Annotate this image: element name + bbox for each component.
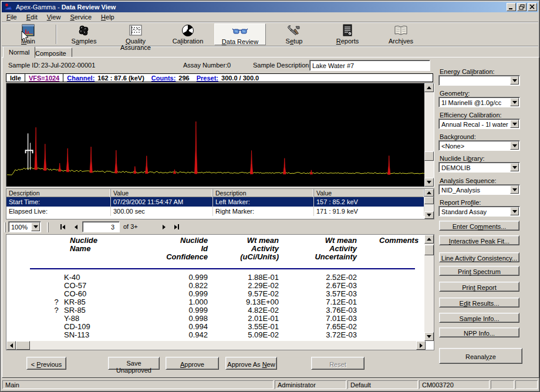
toolbar-label-reports: Reports xyxy=(321,38,374,45)
sample-description-input[interactable]: Lake Water #7 xyxy=(309,60,430,71)
toolbar-button-calibration[interactable]: Calibration xyxy=(161,23,214,45)
col-value-2[interactable]: Value xyxy=(314,189,424,197)
menu-file[interactable]: File xyxy=(2,12,22,22)
menu-view[interactable]: View xyxy=(42,12,66,22)
table-row[interactable]: Start Time: 07/29/2002 11:54:47 AM Left … xyxy=(6,197,434,207)
table-row[interactable]: Elapsed Live: 300.00 sec Right Marker: 1… xyxy=(6,207,434,216)
info-table-header: Description Value Description Value xyxy=(6,189,434,197)
previous-button[interactable]: < Previous xyxy=(26,357,66,370)
scroll-left-icon[interactable] xyxy=(6,341,16,350)
mca-state: Idle xyxy=(6,74,25,82)
col-value-1[interactable]: Value xyxy=(111,189,213,197)
line-activity-consistency-button[interactable]: Line Activity Consistency... xyxy=(439,252,519,262)
tab-composite[interactable]: Composite xyxy=(29,48,72,58)
mouse-cursor xyxy=(21,31,29,43)
reanalyze-button[interactable]: Reanalyze xyxy=(439,348,522,364)
report-hscroll-thumb[interactable] xyxy=(16,341,30,350)
scroll-right-icon[interactable] xyxy=(416,341,426,350)
geometry-select[interactable]: 1l Marinelli @1.0g/cc xyxy=(438,97,520,107)
spectrum-plot[interactable] xyxy=(7,84,425,186)
cell: 300.00 sec xyxy=(111,207,213,216)
analysis-sequence-select[interactable]: NID_Analysis xyxy=(438,184,520,195)
sample-info-button[interactable]: Sample Info... xyxy=(439,313,519,323)
prev-page-button[interactable] xyxy=(70,222,81,231)
report-zoom-select[interactable]: 100% xyxy=(8,221,41,232)
toolbar-button-samples[interactable]: Samples xyxy=(58,23,110,45)
report-hscrollbar[interactable] xyxy=(6,341,426,350)
npp-info-button[interactable]: NPP Info... xyxy=(439,327,519,337)
col-description-2[interactable]: Description xyxy=(213,189,314,197)
next-page-button[interactable] xyxy=(158,222,169,231)
background-select[interactable]: <None> xyxy=(438,140,520,151)
toolbar-button-data-review[interactable]: Data Review xyxy=(214,23,266,45)
restore-icon[interactable] xyxy=(517,3,526,11)
chevron-down-icon[interactable] xyxy=(31,222,40,231)
nuclide-name: CO-57 xyxy=(64,282,140,290)
toolbar-button-quality-assurance[interactable]: Quality Assurance xyxy=(110,23,161,45)
scroll-up-icon[interactable] xyxy=(424,235,434,244)
nuclide-library-select[interactable]: DEMOLIB xyxy=(438,162,520,173)
chevron-down-icon[interactable] xyxy=(510,120,519,128)
uncertainty: 2.52E-02 xyxy=(279,273,357,282)
print-spectrum-button[interactable]: Print Spectrum xyxy=(439,266,519,276)
report-vscroll-thumb[interactable] xyxy=(424,245,434,255)
edit-results-button[interactable]: Edit Results... xyxy=(439,298,519,307)
chevron-down-icon[interactable] xyxy=(510,207,519,215)
scroll-up-icon[interactable] xyxy=(424,189,434,197)
chevron-down-icon[interactable] xyxy=(510,141,519,150)
close-icon[interactable] xyxy=(528,3,537,11)
report-row: ?SR-850.9994.82E-023.76E-03 xyxy=(6,306,417,315)
spectrum-vscrollbar[interactable] xyxy=(424,83,434,187)
toolbar-label-calibration: Calibration xyxy=(161,38,214,45)
tab-normal[interactable]: Normal xyxy=(3,46,35,58)
combo-value: NID_Analysis xyxy=(441,187,480,194)
report-document-icon xyxy=(321,24,374,38)
spectrum-vscroll-thumb[interactable] xyxy=(424,151,434,161)
toolbar-button-main[interactable]: Main xyxy=(2,23,55,45)
report-profile-select[interactable]: Standard Assay xyxy=(438,206,520,217)
minimize-icon[interactable] xyxy=(507,3,516,11)
info-table-vscroll-thumb[interactable] xyxy=(424,197,434,204)
print-report-button[interactable]: Print Report xyxy=(439,282,519,292)
geometry-label: Geometry: xyxy=(440,90,470,97)
uncertainty: 3.76E-03 xyxy=(279,306,357,315)
scroll-down-icon[interactable] xyxy=(424,178,434,187)
toolbar-button-archives[interactable]: Archives xyxy=(374,23,428,45)
col-description-1[interactable]: Description xyxy=(6,189,111,197)
scroll-down-icon[interactable] xyxy=(424,211,434,219)
report-zoom-value: 100% xyxy=(11,224,28,231)
menu-help[interactable]: Help xyxy=(96,12,119,22)
spectrum-display[interactable] xyxy=(6,83,434,187)
chevron-down-icon[interactable] xyxy=(510,98,519,106)
energy-calibration-select[interactable] xyxy=(438,75,520,86)
first-page-button[interactable] xyxy=(58,222,68,231)
last-page-button[interactable] xyxy=(171,222,182,231)
menu-edit[interactable]: Edit xyxy=(22,12,42,22)
apex-gamma-logo-icon xyxy=(4,3,14,11)
interactive-peak-fit-button[interactable]: Interactive Peak Fit... xyxy=(439,235,519,245)
activity: 4.82E-02 xyxy=(208,306,279,315)
chevron-down-icon[interactable] xyxy=(510,76,519,85)
page-number-input[interactable]: 3 xyxy=(82,221,120,232)
approve-button[interactable]: Approve xyxy=(166,357,219,370)
chevron-down-icon[interactable] xyxy=(510,185,519,194)
toolbar-button-setup[interactable]: Setup xyxy=(267,23,321,45)
toolbar-label-archives: Archives xyxy=(374,38,428,45)
scroll-up-icon[interactable] xyxy=(424,83,434,92)
efficiency-calibration-select[interactable]: Annual Recal - 1l water xyxy=(438,119,520,129)
spectrum-status-strip: Idle VFS=1024 Channel:162 : 87.6 (keV) C… xyxy=(6,73,433,82)
menu-service[interactable]: Service xyxy=(65,12,96,22)
report-page: Nuclide Name Nuclide Id Confidence Wt me… xyxy=(6,235,426,342)
scroll-down-icon[interactable] xyxy=(424,332,434,341)
report-row: Y-880.9982.01E-017.01E-03 xyxy=(6,315,417,323)
samples-spheres-icon xyxy=(58,24,110,38)
info-table-vscrollbar[interactable] xyxy=(424,189,434,219)
approve-as-new-button[interactable]: Approve As New xyxy=(225,357,277,370)
save-unapproved-button[interactable]: Save Unapproved xyxy=(108,357,160,370)
report-vscrollbar[interactable] xyxy=(424,235,434,341)
chevron-down-icon[interactable] xyxy=(510,163,519,171)
enter-comments-button[interactable]: Enter Comments... xyxy=(439,221,519,231)
confidence: 0.998 xyxy=(140,315,208,323)
window-title: Apex-Gamma - Data Review View xyxy=(16,4,116,11)
toolbar-button-reports[interactable]: Reports xyxy=(321,23,374,45)
